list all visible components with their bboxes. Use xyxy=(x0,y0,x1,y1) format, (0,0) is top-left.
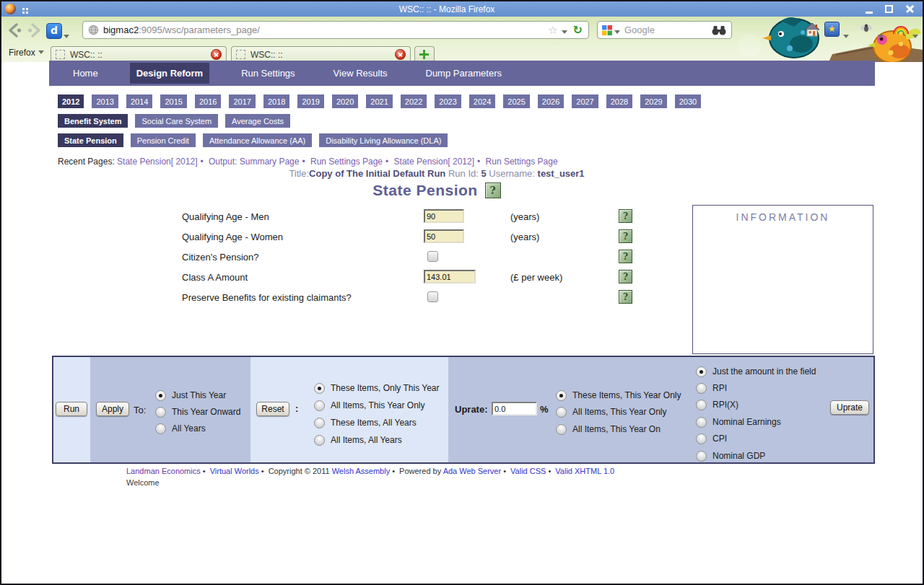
class-a-amount-input[interactable] xyxy=(424,270,476,283)
delicious-caret-icon[interactable] xyxy=(64,28,69,41)
search-input[interactable]: Google xyxy=(624,25,711,35)
radio-all-years[interactable] xyxy=(155,423,166,434)
radio-these-items-all-years[interactable] xyxy=(314,418,325,428)
menu-item-design-reform[interactable]: Design Reform xyxy=(130,63,209,84)
year-button-2018[interactable]: 2018 xyxy=(263,94,289,108)
url-bar[interactable]: bigmac2 :9095/wsc/parameters_page/ ☆ ↻ xyxy=(82,21,589,39)
url-dropdown-icon[interactable] xyxy=(562,24,567,37)
system-button-benefit-system[interactable]: Benefit System xyxy=(58,114,128,128)
tab-wsc-1[interactable]: WSC:: :: xyxy=(51,46,227,62)
forward-button[interactable] xyxy=(25,21,43,40)
footer-link-landman[interactable]: Landman Economics xyxy=(126,467,201,475)
radio-all-items-this-year-only-2[interactable] xyxy=(556,407,567,418)
year-button-2030[interactable]: 2030 xyxy=(675,94,701,108)
radio-just-the-amount[interactable] xyxy=(696,366,707,377)
preserve-benefits-checkbox[interactable] xyxy=(427,291,438,302)
maximize-button[interactable] xyxy=(882,4,898,15)
year-button-2019[interactable]: 2019 xyxy=(297,94,323,108)
footer-link-virtual-worlds[interactable]: Virtual Worlds xyxy=(210,467,259,475)
program-button-pension-credit[interactable]: Pension Credit xyxy=(131,133,196,147)
footer-link-valid-xhtml[interactable]: Valid XHTML 1.0 xyxy=(555,467,614,475)
year-button-2017[interactable]: 2017 xyxy=(229,94,255,108)
apply-button[interactable]: Apply xyxy=(96,402,129,416)
footer-link-welsh-assembly[interactable]: Welsh Assembly xyxy=(332,467,391,475)
help-icon[interactable]: ? xyxy=(619,270,632,283)
radio-all-items-all-years[interactable] xyxy=(314,435,325,446)
year-button-2025[interactable]: 2025 xyxy=(503,94,529,108)
system-button-social-care-system[interactable]: Social Care System xyxy=(135,114,218,128)
program-button-attendance-allowance[interactable]: Attendance Allowance (AA) xyxy=(203,133,312,147)
rainbow-addon-caret-icon[interactable] xyxy=(912,28,918,41)
menu-item-view-results[interactable]: View Results xyxy=(327,63,394,84)
uprate-button[interactable]: Uprate xyxy=(830,400,869,415)
program-button-dla[interactable]: Disability Living Allowance (DLA) xyxy=(319,133,448,147)
program-button-state-pension[interactable]: State Pension xyxy=(58,133,123,147)
help-icon[interactable]: ? xyxy=(619,290,632,304)
year-button-2026[interactable]: 2026 xyxy=(538,94,564,108)
help-icon[interactable]: ? xyxy=(485,182,501,198)
fly-addon-caret-icon[interactable] xyxy=(878,28,884,41)
bookmarks-icon[interactable]: ★ xyxy=(824,22,840,37)
radio-just-this-year[interactable] xyxy=(155,390,166,401)
help-icon[interactable]: ? xyxy=(619,209,632,223)
uprate-percent-input[interactable] xyxy=(492,402,537,415)
bookmark-star-icon[interactable]: ☆ xyxy=(548,24,557,37)
year-button-2015[interactable]: 2015 xyxy=(160,94,186,108)
breadcrumb-link[interactable]: Run Settings Page xyxy=(310,157,383,167)
radio-cpi[interactable] xyxy=(696,434,707,444)
tab-close-icon[interactable] xyxy=(211,49,222,60)
radio-all-items-this-year-on[interactable] xyxy=(556,424,567,435)
year-button-2023[interactable]: 2023 xyxy=(435,94,461,108)
run-button[interactable]: Run xyxy=(56,402,87,416)
help-icon[interactable]: ? xyxy=(619,250,632,263)
radio-rpix[interactable] xyxy=(696,400,707,410)
year-button-2027[interactable]: 2027 xyxy=(572,94,598,108)
breadcrumb-link[interactable]: Run Settings Page xyxy=(486,157,558,167)
tab-close-icon[interactable] xyxy=(395,49,406,60)
search-bar[interactable]: Google xyxy=(597,21,732,39)
google-icon[interactable] xyxy=(602,25,612,35)
year-button-2024[interactable]: 2024 xyxy=(469,94,495,108)
radio-rpi[interactable] xyxy=(696,383,707,394)
breadcrumb-link[interactable]: Output: Summary Page xyxy=(209,157,299,167)
radio-these-items-this-year-only[interactable] xyxy=(556,390,567,401)
menu-item-dump-parameters[interactable]: Dump Parameters xyxy=(419,63,508,84)
reset-button[interactable]: Reset xyxy=(256,402,289,416)
year-button-2016[interactable]: 2016 xyxy=(195,94,221,108)
radio-nominal-gdp[interactable] xyxy=(696,451,707,462)
year-button-2020[interactable]: 2020 xyxy=(332,94,358,108)
year-button-2022[interactable]: 2022 xyxy=(401,94,427,108)
close-window-button[interactable] xyxy=(902,4,918,15)
home-icon[interactable] xyxy=(804,22,820,37)
breadcrumb-link[interactable]: State Pension[ 2012] xyxy=(394,157,474,167)
breadcrumb-link[interactable]: State Pension[ 2012] xyxy=(117,157,197,167)
year-button-2014[interactable]: 2014 xyxy=(126,94,152,108)
radio-these-items-only-this-year[interactable] xyxy=(314,383,325,394)
firefox-menu-button[interactable]: Firefox xyxy=(9,48,44,58)
menu-item-home[interactable]: Home xyxy=(66,63,105,84)
search-engine-caret-icon[interactable] xyxy=(614,24,620,37)
reload-icon[interactable]: ↻ xyxy=(573,23,583,37)
rainbow-addon-icon[interactable] xyxy=(892,22,910,35)
fly-addon-icon[interactable] xyxy=(859,22,873,34)
radio-all-items-this-year-only[interactable] xyxy=(314,400,325,411)
bookmarks-caret-icon[interactable] xyxy=(843,28,849,41)
footer-link-valid-css[interactable]: Valid CSS xyxy=(510,467,546,475)
citizens-pension-checkbox[interactable] xyxy=(427,251,438,262)
year-button-2021[interactable]: 2021 xyxy=(366,94,392,108)
tab-wsc-2[interactable]: WSC:: :: xyxy=(231,46,411,62)
help-icon[interactable]: ? xyxy=(619,229,632,243)
delicious-icon[interactable]: d xyxy=(46,23,62,39)
radio-nominal-earnings[interactable] xyxy=(696,417,707,428)
back-button[interactable] xyxy=(6,21,25,40)
system-button-average-costs[interactable]: Average Costs xyxy=(225,114,290,128)
qualifying-age-women-input[interactable] xyxy=(424,229,464,243)
year-button-2028[interactable]: 2028 xyxy=(606,94,632,108)
menu-item-run-settings[interactable]: Run Settings xyxy=(235,63,301,84)
footer-link-ada-web-server[interactable]: Ada Web Server xyxy=(443,467,502,475)
year-button-2012[interactable]: 2012 xyxy=(58,94,84,108)
year-button-2029[interactable]: 2029 xyxy=(640,94,666,108)
radio-this-year-onward[interactable] xyxy=(155,407,166,418)
qualifying-age-men-input[interactable] xyxy=(424,209,464,223)
year-button-2013[interactable]: 2013 xyxy=(92,94,118,108)
